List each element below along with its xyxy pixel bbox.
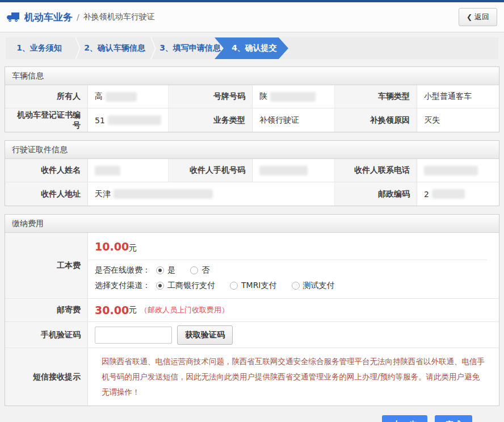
- pay-channel-question: 选择支付渠道：: [95, 281, 150, 291]
- postage-amount: 30.00: [95, 304, 129, 316]
- radio-option-tmri[interactable]: TMRI支付: [230, 281, 277, 291]
- chevron-separator-icon: [73, 37, 81, 59]
- cost-fee-label: 工本费: [5, 233, 88, 299]
- postage-note: （邮政人员上门收取费用）: [140, 305, 229, 315]
- sms-tip-cell: 因陕西省联通、电信运营商技术问题，陕西省互联网交通安全综合服务管理平台无法向持陕…: [88, 348, 499, 406]
- radio-icon[interactable]: [156, 282, 164, 290]
- page-header: 机动车业务 / 补换领机动车行驶证 ❮返回: [0, 2, 504, 32]
- radio-icon[interactable]: [156, 266, 164, 274]
- cost-fee-value: 10.00元 是否在线缴费： 是 否 选择支付渠道： 工商银行支付: [88, 233, 499, 299]
- recipient-tel-label: 收件人联系电话: [335, 159, 417, 182]
- redaction-mask: [106, 92, 137, 102]
- get-code-button[interactable]: 获取验证码: [177, 325, 233, 345]
- postal-code-label: 邮政编码: [335, 182, 417, 206]
- page-title: 补换领机动车行驶证: [83, 12, 155, 22]
- pickup-info-section: 行驶证取件信息 收件人姓名 收件人手机号码 收件人联系电话 收件人地址 天津 邮…: [5, 140, 499, 206]
- sms-code-input[interactable]: [95, 327, 172, 344]
- owner-value: 高: [88, 85, 169, 108]
- cost-unit: 元: [129, 243, 137, 252]
- plate-number-value: 陕: [253, 85, 335, 108]
- sms-code-row: 获取验证码: [88, 322, 499, 348]
- sms-code-label: 手机验证码: [5, 322, 88, 348]
- cost-amount-line: 10.00元: [88, 233, 488, 260]
- recipient-name-value: [88, 159, 169, 182]
- radio-label: 否: [201, 265, 209, 275]
- chevron-separator-icon: [148, 37, 157, 59]
- vehicle-info-title: 车辆信息: [5, 67, 499, 85]
- redaction-mask: [259, 166, 308, 176]
- online-pay-row: 是否在线缴费： 是 否: [88, 260, 499, 275]
- back-button[interactable]: ❮返回: [459, 8, 497, 26]
- step-fill-application[interactable]: 3、填写申请信息: [157, 37, 224, 59]
- recipient-address-label: 收件人地址: [5, 182, 88, 206]
- radio-option-test[interactable]: 测试支付: [292, 281, 335, 291]
- redaction-mask: [95, 166, 120, 176]
- reason-label: 补换领原因: [335, 108, 417, 132]
- radio-label: 是: [167, 265, 175, 275]
- owner-label: 所有人: [5, 85, 88, 108]
- radio-label: 工商银行支付: [167, 281, 215, 291]
- reason-value: 灭失: [417, 108, 499, 132]
- payment-title: 缴纳费用: [5, 215, 499, 233]
- recipient-phone-label: 收件人手机号码: [169, 159, 253, 182]
- online-pay-question: 是否在线缴费：: [95, 265, 150, 275]
- step-confirm-vehicle-info[interactable]: 2、确认车辆信息: [81, 37, 148, 59]
- vehicle-info-section: 车辆信息 所有人 高 号牌号码 陕 车辆类型 小型普通客车 机动车登记证书编号 …: [5, 66, 499, 132]
- app-title: 机动车业务: [24, 11, 73, 24]
- registration-no-label: 机动车登记证书编号: [5, 108, 88, 132]
- recipient-tel-value: [417, 159, 499, 182]
- radio-icon[interactable]: [230, 282, 238, 290]
- redaction-mask: [424, 166, 478, 176]
- pay-channel-row: 选择支付渠道： 工商银行支付 TMRI支付 测试支付: [88, 275, 499, 298]
- redaction-mask: [432, 189, 465, 199]
- radio-icon[interactable]: [190, 266, 198, 274]
- postal-code-value: 2: [417, 182, 499, 206]
- radio-option-yes[interactable]: 是: [156, 265, 175, 275]
- truck-icon: [7, 11, 20, 23]
- previous-step-button[interactable]: 上一步: [382, 415, 427, 422]
- breadcrumb-separator: /: [77, 12, 79, 22]
- radio-option-icbc[interactable]: 工商银行支付: [156, 281, 215, 291]
- registration-no-value: 51: [88, 108, 169, 132]
- business-type-value: 补领行驶证: [253, 108, 335, 132]
- plate-number-label: 号牌号码: [169, 85, 253, 108]
- footer-actions: 上一步 完成: [0, 414, 504, 422]
- step-confirm-submit[interactable]: 4、确认提交: [215, 37, 288, 59]
- finish-button[interactable]: 完成: [435, 415, 472, 422]
- radio-icon[interactable]: [292, 282, 300, 290]
- sms-tip-text: 因陕西省联通、电信运营商技术问题，陕西省互联网交通安全综合服务管理平台无法向持陕…: [95, 348, 492, 406]
- sms-tip-label: 短信接收提示: [5, 348, 88, 406]
- back-chevron-icon: ❮: [467, 13, 472, 21]
- radio-label: 测试支付: [303, 281, 335, 291]
- postage-fee-value: 30.00元 （邮政人员上门收取费用）: [88, 299, 499, 322]
- vehicle-type-value: 小型普通客车: [417, 85, 499, 108]
- postage-fee-label: 邮寄费: [5, 299, 88, 322]
- business-type-label: 业务类型: [169, 108, 253, 132]
- recipient-name-label: 收件人姓名: [5, 159, 88, 182]
- redaction-mask: [270, 92, 316, 102]
- radio-label: TMRI支付: [241, 281, 277, 291]
- step-business-notice[interactable]: 1、业务须知: [6, 37, 73, 59]
- postage-unit: 元: [129, 305, 137, 315]
- payment-section: 缴纳费用 工本费 10.00元 是否在线缴费： 是 否 选择支付渠道：: [5, 214, 499, 406]
- pickup-info-title: 行驶证取件信息: [5, 141, 499, 159]
- vehicle-type-label: 车辆类型: [335, 85, 417, 108]
- redaction-mask: [108, 115, 161, 125]
- recipient-address-value: 天津: [88, 182, 335, 206]
- step-bar: 1、业务须知 2、确认车辆信息 3、填写申请信息 4、确认提交: [6, 37, 498, 59]
- redaction-mask: [114, 189, 213, 199]
- recipient-phone-value: [253, 159, 335, 182]
- back-button-label: 返回: [474, 12, 489, 21]
- cost-amount: 10.00: [95, 240, 129, 253]
- radio-option-no[interactable]: 否: [190, 265, 209, 275]
